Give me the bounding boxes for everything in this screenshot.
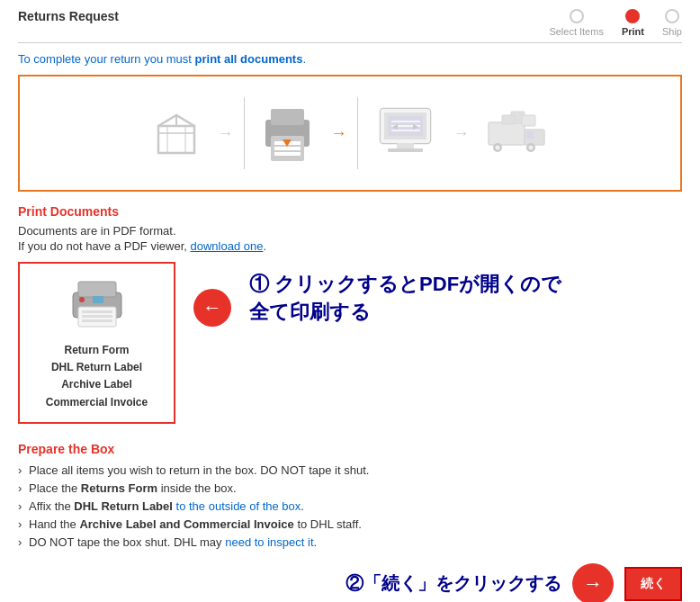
svg-rect-9 [274, 147, 301, 150]
diagram-step-printer [249, 100, 326, 167]
info-bar: To complete your return you must print a… [18, 52, 682, 66]
svg-rect-23 [489, 122, 525, 145]
step-ship: Ship [662, 9, 682, 37]
svg-rect-32 [502, 115, 515, 124]
svg-rect-34 [78, 282, 116, 297]
prepare-item-5: DO NOT tape the box shut. DHL may need t… [18, 535, 682, 549]
step-select-items: Select Items [549, 9, 604, 37]
pdf-viewer-prefix: If you do not have a PDF viewer, [18, 239, 191, 253]
svg-rect-19 [397, 143, 414, 148]
diagram-arrow-2: → [331, 124, 347, 143]
prepare-item-2: Place the Returns Form inside the box. [18, 481, 682, 495]
annotation-2: ②「続く」をクリックする [346, 571, 561, 596]
doc-list: Return Form DHL Return Label Archive Lab… [46, 342, 148, 411]
prepare-list: Place all items you wish to return in th… [18, 463, 682, 549]
bottom-area: ②「続く」をクリックする → 続く [18, 563, 682, 602]
step-label-ship: Ship [662, 26, 682, 37]
steps-nav: Select Items Print Ship [549, 9, 682, 37]
svg-rect-20 [388, 148, 423, 152]
svg-rect-25 [526, 131, 534, 139]
print-button[interactable]: ← [193, 289, 231, 327]
diagram-step-ship [475, 104, 561, 163]
step-circle-select [570, 9, 584, 23]
svg-rect-0 [158, 126, 194, 153]
print-section-title: Print Documents [18, 204, 682, 219]
doc-format-text: Documents are in PDF format. [18, 224, 682, 238]
printer-box[interactable]: Return Form DHL Return Label Archive Lab… [18, 262, 175, 424]
svg-rect-10 [274, 152, 301, 156]
step-circle-ship [665, 9, 679, 23]
prepare-item-1: Place all items you wish to return in th… [18, 463, 682, 477]
continue-button[interactable]: 続く [624, 567, 682, 601]
prepare-item-4: Hand the Archive Label and Commercial In… [18, 517, 682, 531]
diagram-step-box [140, 106, 212, 160]
diagram-sep-2 [357, 97, 358, 169]
printer-area: Return Form DHL Return Label Archive Lab… [18, 262, 682, 424]
svg-rect-38 [82, 319, 112, 322]
annotation-1: ① クリックするとPDFが開くので全て印刷する [249, 262, 561, 327]
svg-rect-36 [82, 310, 112, 313]
doc-item-3: Archive Label [46, 376, 148, 393]
prepare-section-title: Prepare the Box [18, 442, 682, 456]
process-diagram: → → [18, 75, 682, 192]
pdf-viewer-text: If you do not have a PDF viewer, downloa… [18, 239, 682, 253]
step-label-print: Print [622, 26, 644, 37]
svg-point-29 [528, 145, 533, 149]
svg-rect-6 [271, 109, 304, 125]
doc-item-4: Commercial Invoice [46, 394, 148, 411]
prepare-item-3: Affix the DHL Return Label to the outsid… [18, 499, 682, 513]
svg-rect-37 [82, 315, 112, 318]
step-label-select: Select Items [549, 26, 604, 37]
diagram-arrow-3: → [453, 124, 470, 143]
download-link[interactable]: download one [191, 239, 264, 253]
doc-item-2: DHL Return Label [46, 359, 148, 376]
doc-item-1: Return Form [46, 342, 148, 359]
svg-rect-31 [522, 115, 535, 126]
diagram-step-computer [363, 104, 448, 163]
step-print: Print [622, 9, 644, 37]
continue-arrow-button[interactable]: → [572, 563, 614, 602]
back-arrow-icon: ← [202, 296, 222, 319]
info-bar-text: To complete your return you must print a… [18, 52, 306, 66]
page-title: Returns Request [18, 9, 119, 23]
svg-point-27 [495, 145, 499, 149]
step-circle-print [625, 9, 640, 23]
printer-icon-area [66, 274, 129, 333]
svg-point-40 [79, 297, 85, 302]
diagram-sep-1 [244, 97, 245, 169]
pdf-viewer-suffix: . [263, 239, 266, 253]
svg-rect-39 [93, 296, 103, 303]
diagram-arrow-1: → [218, 124, 234, 143]
